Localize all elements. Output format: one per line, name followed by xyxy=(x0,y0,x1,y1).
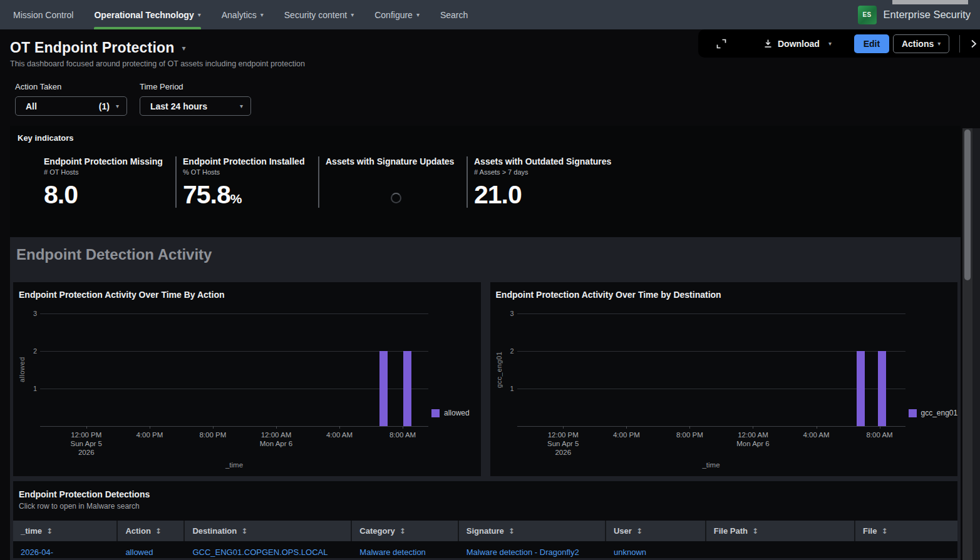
chart-bar[interactable] xyxy=(379,351,388,426)
horizontal-scrollbar-thumb[interactable] xyxy=(892,0,968,4)
x-axis-line xyxy=(40,426,428,427)
sort-icon[interactable]: ↕ xyxy=(881,527,887,536)
action-taken-label: Action Taken xyxy=(15,82,127,91)
chart-panel-by-action: Endpoint Protection Activity Over Time B… xyxy=(13,282,481,476)
kpi-value: 75.8% xyxy=(183,182,318,208)
y-tick-label: 1 xyxy=(21,385,37,392)
x-tick-mark xyxy=(626,426,627,429)
gridline xyxy=(517,313,905,314)
download-icon xyxy=(763,39,773,48)
nav-item-label: Configure xyxy=(374,10,413,20)
sort-icon[interactable]: ↕ xyxy=(46,527,53,536)
nav-item-analytics[interactable]: Analytics▾ xyxy=(222,0,264,29)
edit-button[interactable]: Edit xyxy=(854,34,889,53)
column-header-label: User xyxy=(614,526,632,536)
x-tick-label: 4:00 PM xyxy=(600,430,652,439)
chevron-down-icon: ▾ xyxy=(240,103,243,109)
collapse-panel-button[interactable] xyxy=(967,36,980,52)
chart-bar[interactable] xyxy=(857,351,865,426)
column-header-time[interactable]: _time↕ xyxy=(13,521,118,541)
time-period-dropdown[interactable]: Last 24 hours ▾ xyxy=(140,96,251,116)
column-header-label: Category xyxy=(359,526,395,536)
detections-table: _time↕Action↕Destination↕Category↕Signat… xyxy=(13,521,957,558)
download-button[interactable]: Download ▾ xyxy=(763,39,832,49)
column-header-label: Action xyxy=(125,526,150,536)
dashboard-title-dropdown-icon[interactable]: ▾ xyxy=(182,44,186,53)
kpi-value: 21.0 xyxy=(474,182,654,208)
table-cell: 2026-04- xyxy=(13,541,118,558)
gridline xyxy=(517,351,905,352)
sort-icon[interactable]: ↕ xyxy=(752,527,758,536)
column-header-action[interactable]: Action↕ xyxy=(118,521,185,541)
column-header-signature[interactable]: Signature↕ xyxy=(459,521,606,541)
sort-icon[interactable]: ↕ xyxy=(241,527,247,536)
sort-icon[interactable]: ↕ xyxy=(508,527,515,536)
sort-icon[interactable]: ↕ xyxy=(636,527,642,536)
chart-title: Endpoint Protection Activity Over Time B… xyxy=(13,282,481,300)
scrollbar-gutter xyxy=(972,128,980,560)
kpi-cards: Endpoint Protection Missing# OT Hosts8.0… xyxy=(44,156,953,208)
kpi-card: Endpoint Protection Installed% OT Hosts7… xyxy=(175,156,318,208)
section-title: Endpoint Detection Activity xyxy=(13,243,957,263)
x-tick-mark xyxy=(563,426,564,429)
x-tick-sublabel: Sun Apr 5 xyxy=(60,439,113,448)
legend-swatch xyxy=(909,409,917,417)
table-header-row: _time↕Action↕Destination↕Category↕Signat… xyxy=(13,521,957,541)
gridline xyxy=(40,313,428,314)
chevron-down-icon: ▾ xyxy=(351,11,354,18)
kpi-title: Endpoint Protection Installed xyxy=(183,156,318,166)
top-nav: Mission ControlOperational Technology▾An… xyxy=(0,0,980,29)
chart-canvas: allowed12312:00 PMSun Apr 520264:00 PM8:… xyxy=(18,308,476,476)
fullscreen-icon[interactable] xyxy=(716,37,727,51)
nav-item-security-content[interactable]: Security content▾ xyxy=(284,0,354,29)
legend-label: allowed xyxy=(444,409,470,417)
gridline xyxy=(40,389,428,389)
x-axis-line xyxy=(517,426,905,427)
chart-panel-by-destination: Endpoint Protection Activity Over Time b… xyxy=(490,282,958,476)
nav-item-label: Operational Technology xyxy=(94,10,193,20)
kpi-title: Assets with Outdated Signatures xyxy=(474,156,654,166)
download-label: Download xyxy=(778,39,820,49)
kpi-title: Endpoint Protection Missing xyxy=(44,156,175,166)
toolbar-divider xyxy=(959,35,960,53)
x-tick-sublabel: Mon Apr 6 xyxy=(250,439,302,448)
vertical-scrollbar-thumb[interactable] xyxy=(964,130,971,280)
sort-icon[interactable]: ↕ xyxy=(155,527,162,536)
nav-item-mission-control[interactable]: Mission Control xyxy=(13,0,73,29)
legend-label: gcc_eng01 xyxy=(921,409,958,417)
time-period-label: Time Period xyxy=(140,82,251,91)
kpi-value: 8.0 xyxy=(44,182,175,208)
kpi-card: Endpoint Protection Missing# OT Hosts8.0 xyxy=(44,156,175,208)
column-header-label: File Path xyxy=(714,526,748,536)
column-header-label: File xyxy=(863,526,877,536)
chevron-down-icon: ▾ xyxy=(260,11,264,18)
column-header-destination[interactable]: Destination↕ xyxy=(185,521,352,541)
sort-icon[interactable]: ↕ xyxy=(400,527,406,536)
chart-bar[interactable] xyxy=(878,351,886,426)
chart-canvas: gcc_eng0112312:00 PMSun Apr 520264:00 PM… xyxy=(495,308,953,476)
column-header-category[interactable]: Category↕ xyxy=(352,521,458,541)
x-tick-label: 4:00 PM xyxy=(123,430,176,439)
chevron-down-icon: ▾ xyxy=(937,40,941,47)
column-header-user[interactable]: User↕ xyxy=(606,521,706,541)
y-tick-label: 1 xyxy=(498,385,514,392)
column-header-file-path[interactable]: File Path↕ xyxy=(706,521,855,541)
actions-button[interactable]: Actions ▾ xyxy=(893,34,949,53)
nav-item-configure[interactable]: Configure▾ xyxy=(374,0,420,29)
nav-item-search[interactable]: Search xyxy=(440,0,468,29)
y-axis-label: gcc_eng01 xyxy=(495,313,504,426)
chart-legend: allowed xyxy=(431,409,470,417)
x-tick-label: 8:00 AM xyxy=(376,430,429,439)
dashboard-toolbar: Download ▾ Edit Actions ▾ xyxy=(698,29,980,58)
page-title: OT Endpoint Protection xyxy=(10,39,175,56)
action-taken-dropdown[interactable]: All (1) ▾ xyxy=(15,96,127,116)
key-indicators-panel: Key indicators Endpoint Protection Missi… xyxy=(10,126,961,237)
x-tick-mark xyxy=(403,426,403,429)
table-row[interactable]: 2026-04-allowedGCC_ENG01.COPGEN.OPS.LOCA… xyxy=(13,541,957,558)
action-taken-filter: Action Taken All (1) ▾ xyxy=(15,82,127,116)
nav-item-operational-technology[interactable]: Operational Technology▾ xyxy=(94,0,200,29)
x-tick-sublabel: 2026 xyxy=(60,448,113,457)
chart-bar[interactable] xyxy=(403,351,411,426)
x-tick-label: 8:00 AM xyxy=(854,430,906,439)
column-header-file[interactable]: File↕ xyxy=(855,521,957,541)
